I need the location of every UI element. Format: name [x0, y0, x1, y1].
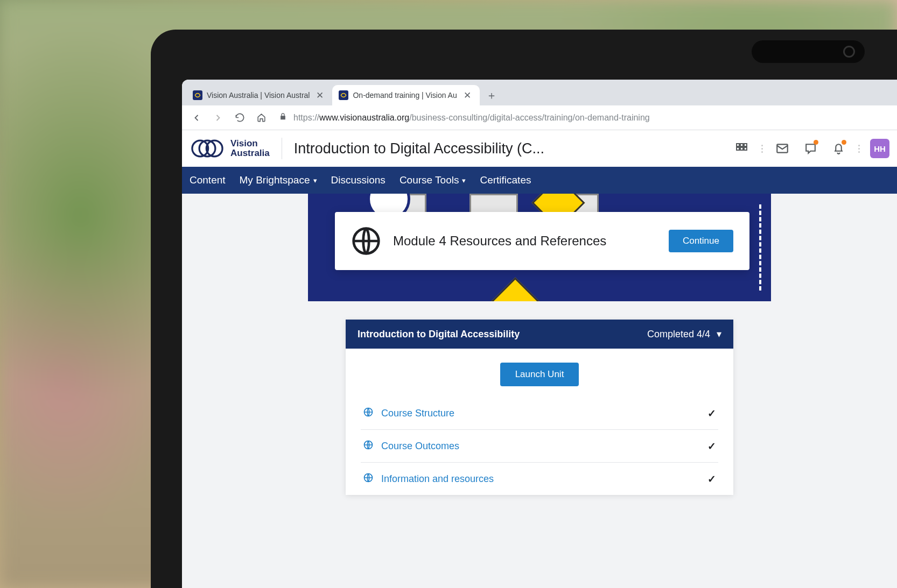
nav-my-brightspace[interactable]: My Brightspace▾	[240, 174, 317, 186]
unit-item[interactable]: Information and resources ✓	[361, 463, 718, 495]
favicon-icon	[193, 90, 202, 100]
tab-label: On-demand training | Vision Au	[353, 91, 457, 100]
browser-tab-strip: Vision Australia | Vision Austral ✕ On-d…	[182, 80, 897, 105]
module-title: Module 4 Resources and References	[393, 233, 657, 249]
course-banner: Module 4 Resources and References Contin…	[308, 194, 771, 301]
bell-icon[interactable]	[829, 139, 847, 158]
unit-item-label: Course Structure	[381, 408, 700, 419]
unit-item-label: Course Outcomes	[381, 441, 700, 452]
webcam-lens	[843, 46, 855, 58]
unit-item[interactable]: Course Outcomes ✓	[361, 430, 718, 463]
svg-rect-5	[744, 147, 747, 150]
brand-line1: Vision	[230, 139, 270, 148]
messages-icon[interactable]	[801, 139, 819, 158]
notification-dot	[814, 140, 818, 145]
nav-content[interactable]: Content	[190, 174, 226, 186]
browser-toolbar: https://www.visionaustralia.org/business…	[182, 105, 897, 130]
content-area: Module 4 Resources and References Contin…	[182, 194, 897, 588]
check-icon: ✓	[707, 473, 716, 485]
brand-line2: Australia	[230, 148, 270, 158]
favicon-icon	[339, 90, 348, 100]
divider-dots	[857, 145, 860, 153]
unit-item-label: Information and resources	[381, 473, 700, 485]
close-icon[interactable]: ✕	[461, 90, 473, 101]
logo-mark-icon	[190, 138, 225, 159]
launch-unit-button[interactable]: Launch Unit	[500, 363, 579, 386]
nav-course-tools[interactable]: Course Tools▾	[400, 174, 466, 186]
unit-progress-toggle[interactable]: Completed 4/4 ▾	[647, 328, 721, 340]
chevron-down-icon: ▾	[462, 176, 466, 185]
page: Vision Australia Introduction to Digital…	[182, 130, 897, 588]
webcam-housing	[752, 40, 865, 63]
lock-icon	[279, 112, 287, 123]
svg-rect-4	[740, 147, 743, 150]
unit-header[interactable]: Introduction to Digital Accessibility Co…	[346, 320, 733, 349]
home-button[interactable]	[252, 109, 270, 127]
course-nav: Content My Brightspace▾ Discussions Cour…	[182, 167, 897, 194]
divider-dots	[760, 145, 763, 153]
site-header: Vision Australia Introduction to Digital…	[182, 130, 897, 167]
unit-title: Introduction to Digital Accessibility	[358, 329, 520, 340]
svg-rect-1	[740, 144, 743, 146]
screen: Vision Australia | Vision Austral ✕ On-d…	[182, 80, 897, 588]
unit-progress: Completed 4/4	[647, 329, 710, 340]
unit-item-list: Course Structure ✓ Course Outcomes ✓	[346, 397, 733, 495]
module-card: Module 4 Resources and References Contin…	[335, 212, 749, 270]
divider	[282, 138, 282, 159]
svg-rect-0	[737, 144, 739, 146]
close-icon[interactable]: ✕	[314, 90, 326, 101]
url-text: https://www.visionaustralia.org/business…	[293, 113, 650, 123]
check-icon: ✓	[707, 440, 716, 452]
chevron-down-icon: ▾	[717, 328, 721, 340]
unit-panel: Introduction to Digital Accessibility Co…	[346, 320, 733, 495]
globe-icon	[363, 440, 374, 452]
check-icon: ✓	[707, 407, 716, 420]
back-button[interactable]	[187, 109, 206, 127]
new-tab-button[interactable]: ＋	[483, 87, 500, 104]
page-title: Introduction to Digital Accessibility (C…	[294, 140, 724, 157]
unit-item[interactable]: Course Structure ✓	[361, 397, 718, 430]
avatar[interactable]: HH	[870, 139, 889, 158]
continue-button[interactable]: Continue	[669, 230, 733, 252]
apps-grid-icon[interactable]	[732, 139, 751, 158]
brand-logo[interactable]: Vision Australia	[190, 138, 270, 159]
header-actions: HH	[732, 139, 889, 158]
notification-dot	[842, 140, 846, 145]
svg-rect-2	[744, 144, 747, 146]
chevron-down-icon: ▾	[313, 176, 317, 185]
nav-certificates[interactable]: Certificates	[480, 174, 531, 186]
mail-icon[interactable]	[773, 139, 791, 158]
globe-icon	[363, 407, 374, 420]
forward-button[interactable]	[209, 109, 227, 127]
svg-rect-3	[737, 147, 739, 150]
reload-button[interactable]	[230, 109, 249, 127]
globe-icon	[351, 226, 381, 256]
globe-icon	[363, 472, 374, 485]
tab-label: Vision Australia | Vision Austral	[207, 91, 310, 100]
browser-tab[interactable]: Vision Australia | Vision Austral ✕	[186, 85, 332, 105]
address-bar[interactable]: https://www.visionaustralia.org/business…	[274, 112, 892, 123]
browser-tab[interactable]: On-demand training | Vision Au ✕	[332, 85, 479, 105]
nav-discussions[interactable]: Discussions	[331, 174, 386, 186]
